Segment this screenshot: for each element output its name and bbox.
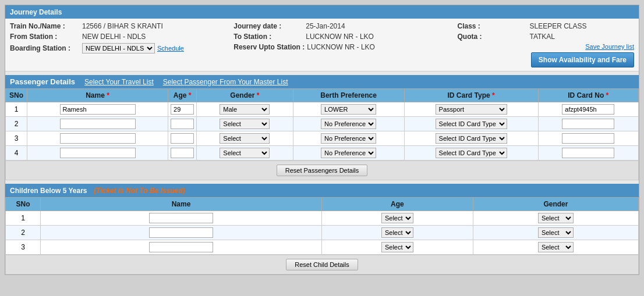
child-gender-select-3[interactable]: SelectMaleFemale xyxy=(538,242,574,252)
passenger-berth-select-2[interactable]: No PreferenceLOWERMIDDLEUPPERSIDE LOWERS… xyxy=(321,119,376,129)
child-gender-select-1[interactable]: SelectMaleFemale xyxy=(538,213,574,223)
children-warning: (Ticket Is Not To Be Issued) xyxy=(94,187,185,195)
child-age-select-2[interactable]: Select01234 xyxy=(381,227,413,238)
passenger-idtype-select-4[interactable]: Select ID Card TypePassportVoter IDAadha… xyxy=(436,148,507,158)
class-label: Class : xyxy=(457,22,527,30)
passenger-name-input-2[interactable] xyxy=(60,119,136,129)
journey-details-body: Train No./Name : 12566 / BIHAR S KRANTI … xyxy=(5,19,639,72)
passenger-age-cell-2 xyxy=(168,117,197,131)
passenger-berth-select-1[interactable]: No PreferenceLOWERMIDDLEUPPERSIDE LOWERS… xyxy=(321,104,376,115)
passenger-gender-cell-1: SelectMaleFemaleTransgender xyxy=(197,102,293,117)
passenger-idno-cell-2 xyxy=(538,117,638,131)
reset-children-button[interactable]: Reset Child Details xyxy=(286,259,358,270)
passenger-name-cell-2 xyxy=(27,117,168,131)
passenger-gender-select-3[interactable]: SelectMaleFemaleTransgender xyxy=(220,133,270,144)
child-name-cell-1 xyxy=(41,211,322,226)
child-row-3: 3Select01234SelectMaleFemale xyxy=(6,240,639,255)
child-age-select-3[interactable]: Select01234 xyxy=(381,242,413,252)
passenger-name-input-4[interactable] xyxy=(60,148,136,158)
passenger-age-cell-1 xyxy=(168,102,197,117)
col-gender: Gender * xyxy=(197,89,293,102)
child-name-input-2[interactable] xyxy=(149,227,213,238)
child-age-cell-2: Select01234 xyxy=(322,226,473,240)
passenger-idno-input-1[interactable] xyxy=(562,104,614,115)
select-travel-list-link[interactable]: Select Your Travel List xyxy=(84,78,154,86)
passenger-berth-select-4[interactable]: No PreferenceLOWERMIDDLEUPPERSIDE LOWERS… xyxy=(321,148,376,158)
passenger-age-cell-4 xyxy=(168,146,197,161)
passenger-row-1: 1SelectMaleFemaleTransgenderNo Preferenc… xyxy=(6,102,639,117)
to-value: LUCKNOW NR - LKO xyxy=(306,33,374,41)
passenger-gender-cell-3: SelectMaleFemaleTransgender xyxy=(197,131,293,146)
passenger-age-input-2[interactable] xyxy=(171,119,194,129)
show-availability-button[interactable]: Show Availability and Fare xyxy=(531,52,634,67)
journey-date-value: 25-Jan-2014 xyxy=(306,22,345,30)
boarding-label: Boarding Station : xyxy=(10,44,80,52)
child-gender-cell-2: SelectMaleFemale xyxy=(473,226,638,240)
child-gender-select-2[interactable]: SelectMaleFemale xyxy=(538,227,574,238)
child-gender-cell-3: SelectMaleFemale xyxy=(473,240,638,255)
passenger-sno-4: 4 xyxy=(6,146,27,161)
passenger-age-input-3[interactable] xyxy=(171,133,194,144)
passenger-name-input-3[interactable] xyxy=(60,133,136,144)
passenger-berth-cell-4: No PreferenceLOWERMIDDLEUPPERSIDE LOWERS… xyxy=(293,146,404,161)
child-row-1: 1Select01234SelectMaleFemale xyxy=(6,211,639,226)
passenger-idtype-select-1[interactable]: Select ID Card TypePassportVoter IDAadha… xyxy=(436,104,507,115)
passenger-age-input-1[interactable] xyxy=(171,104,194,115)
child-name-cell-2 xyxy=(41,226,322,240)
child-name-input-3[interactable] xyxy=(149,242,213,252)
passenger-idtype-cell-1: Select ID Card TypePassportVoter IDAadha… xyxy=(404,102,538,117)
passenger-row-3: 3SelectMaleFemaleTransgenderNo Preferenc… xyxy=(6,131,639,146)
col-idcard-type: ID Card Type * xyxy=(404,89,538,102)
passenger-name-cell-4 xyxy=(27,146,168,161)
journey-title: Journey Details xyxy=(10,8,62,16)
passenger-idno-cell-3 xyxy=(538,131,638,146)
col-idcard-no: ID Card No * xyxy=(538,89,638,102)
passenger-idno-input-2[interactable] xyxy=(562,119,614,129)
child-age-cell-3: Select01234 xyxy=(322,240,473,255)
boarding-station-select[interactable]: NEW DELHI - NDLS xyxy=(82,43,155,54)
select-passenger-master-link[interactable]: Select Passenger From Your Master List xyxy=(163,78,288,86)
passenger-sno-3: 3 xyxy=(6,131,27,146)
passenger-gender-select-1[interactable]: SelectMaleFemaleTransgender xyxy=(220,104,270,115)
col-name: Name * xyxy=(27,89,168,102)
child-col-sno: SNo xyxy=(6,198,41,211)
col-sno: SNo xyxy=(6,89,27,102)
passenger-idtype-select-3[interactable]: Select ID Card TypePassportVoter IDAadha… xyxy=(436,133,507,144)
child-gender-cell-1: SelectMaleFemale xyxy=(473,211,638,226)
passenger-gender-select-4[interactable]: SelectMaleFemaleTransgender xyxy=(220,148,270,158)
child-name-input-1[interactable] xyxy=(149,213,213,223)
from-label: From Station : xyxy=(10,33,80,41)
passenger-name-cell-1 xyxy=(27,102,168,117)
passenger-sno-2: 2 xyxy=(6,117,27,131)
schedule-link[interactable]: Schedule xyxy=(157,45,184,52)
passenger-idno-cell-4 xyxy=(538,146,638,161)
passenger-idtype-cell-3: Select ID Card TypePassportVoter IDAadha… xyxy=(404,131,538,146)
passenger-idtype-select-2[interactable]: Select ID Card TypePassportVoter IDAadha… xyxy=(436,119,507,129)
child-age-select-1[interactable]: Select01234 xyxy=(381,213,413,223)
child-sno-1: 1 xyxy=(6,211,41,226)
passenger-section: Passenger Details Select Your Travel Lis… xyxy=(5,75,639,180)
child-col-age: Age xyxy=(322,198,473,211)
passenger-gender-cell-4: SelectMaleFemaleTransgender xyxy=(197,146,293,161)
passenger-name-input-1[interactable] xyxy=(60,104,136,115)
save-journey-link[interactable]: Save Journey list xyxy=(585,43,634,50)
quota-value: TATKAL xyxy=(529,33,555,41)
passenger-idno-input-3[interactable] xyxy=(562,133,614,144)
passenger-gender-select-2[interactable]: SelectMaleFemaleTransgender xyxy=(220,119,270,129)
from-value: NEW DELHI - NDLS xyxy=(82,33,146,41)
passenger-age-input-4[interactable] xyxy=(171,148,194,158)
col-age: Age * xyxy=(168,89,197,102)
passenger-title: Passenger Details xyxy=(10,77,75,86)
passenger-idno-input-4[interactable] xyxy=(562,148,614,158)
reset-passengers-button[interactable]: Reset Passengers Details xyxy=(277,165,368,176)
passenger-berth-select-3[interactable]: No PreferenceLOWERMIDDLEUPPERSIDE LOWERS… xyxy=(321,133,376,144)
passenger-berth-cell-2: No PreferenceLOWERMIDDLEUPPERSIDE LOWERS… xyxy=(293,117,404,131)
reserv-label: Reserv Upto Station : xyxy=(233,43,305,51)
passenger-row-4: 4SelectMaleFemaleTransgenderNo Preferenc… xyxy=(6,146,639,161)
passenger-section-header: Passenger Details Select Your Travel Lis… xyxy=(5,75,639,88)
journey-section-header: Journey Details xyxy=(5,5,639,19)
passenger-berth-cell-1: No PreferenceLOWERMIDDLEUPPERSIDE LOWERS… xyxy=(293,102,404,117)
col-berth: Berth Preference xyxy=(293,89,404,102)
passenger-idtype-cell-4: Select ID Card TypePassportVoter IDAadha… xyxy=(404,146,538,161)
passenger-gender-cell-2: SelectMaleFemaleTransgender xyxy=(197,117,293,131)
